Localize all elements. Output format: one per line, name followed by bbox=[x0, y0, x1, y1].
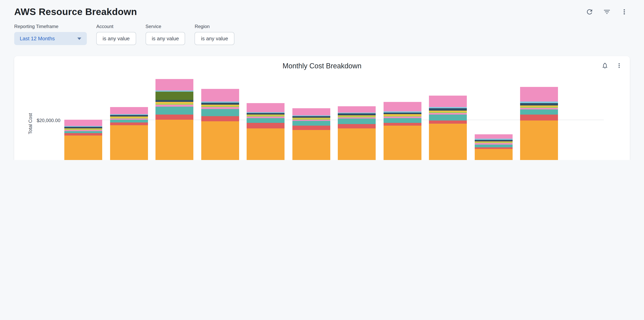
bar-segment-segment-pink-top[interactable] bbox=[156, 79, 193, 90]
bar-segment-segment-pink-thin[interactable] bbox=[383, 117, 421, 118]
bar-segment-segment-teal[interactable] bbox=[292, 121, 330, 126]
filter-value-account[interactable]: is any value bbox=[96, 32, 136, 45]
bar-segment-segment-amber[interactable] bbox=[383, 126, 421, 160]
bar-segment-segment-navy[interactable] bbox=[383, 112, 421, 114]
filter-value-reporting-timeframe[interactable]: Last 12 Months bbox=[14, 32, 87, 45]
bar-segment-segment-pink-top[interactable] bbox=[201, 89, 239, 102]
bar-segment-segment-pink-top[interactable] bbox=[64, 120, 102, 126]
bar-segment-segment-pink-thin[interactable] bbox=[201, 107, 239, 109]
bar-october[interactable] bbox=[475, 134, 512, 160]
filter-label-service: Service bbox=[146, 24, 185, 29]
bar-segment-segment-navy[interactable] bbox=[520, 103, 558, 106]
bar-segment-segment-red[interactable] bbox=[338, 124, 376, 128]
bar-segment-segment-teal[interactable] bbox=[475, 144, 512, 147]
bar-segment-segment-pink-top[interactable] bbox=[292, 108, 330, 115]
bar-segment-segment-navy[interactable] bbox=[429, 108, 467, 110]
bar-segment-segment-pink-top[interactable] bbox=[383, 102, 421, 111]
bar-segment-segment-red[interactable] bbox=[383, 123, 421, 126]
bar-segment-segment-teal[interactable] bbox=[429, 115, 467, 121]
more-menu-icon[interactable] bbox=[620, 7, 629, 17]
bar-march[interactable] bbox=[156, 79, 193, 160]
filter-value-region[interactable]: is any value bbox=[195, 32, 234, 45]
bar-april[interactable] bbox=[201, 89, 239, 160]
bar-segment-segment-cyan[interactable] bbox=[156, 90, 193, 92]
bar-segment-segment-amber[interactable] bbox=[429, 123, 467, 160]
bar-july[interactable] bbox=[338, 106, 376, 160]
chart-card: Monthly Cost Breakdown Total Cost $0.00$… bbox=[14, 56, 630, 160]
bar-segment-segment-pink-thin[interactable] bbox=[247, 116, 284, 118]
bar-segment-segment-amber[interactable] bbox=[201, 121, 239, 160]
bar-segment-segment-red[interactable] bbox=[110, 123, 148, 125]
bar-segment-segment-amber[interactable] bbox=[338, 128, 376, 160]
dashboard: AWS Resource Breakdown Reporting Timefra… bbox=[0, 0, 644, 160]
bar-segment-segment-navy[interactable] bbox=[338, 114, 376, 115]
bar-segment-segment-amber[interactable] bbox=[247, 128, 284, 160]
bar-segment-segment-teal[interactable] bbox=[110, 120, 148, 122]
bar-segment-segment-pink-top[interactable] bbox=[338, 106, 376, 113]
bar-segment-segment-pink-thin[interactable] bbox=[156, 105, 193, 107]
bar-november[interactable] bbox=[520, 87, 558, 160]
filter-reporting-timeframe: Reporting TimeframeLast 12 Months bbox=[14, 24, 87, 45]
bar-segment-segment-pink-top[interactable] bbox=[110, 107, 148, 114]
bar-segment-segment-teal[interactable] bbox=[156, 107, 193, 115]
bar-segment-segment-pink-top[interactable] bbox=[475, 134, 512, 139]
y-tick-label-20000: $20,000.00 bbox=[24, 118, 60, 123]
chart-plot-area: $0.00$20,000.00 bbox=[64, 65, 604, 160]
bar-segment-segment-red[interactable] bbox=[156, 115, 193, 120]
bar-segment-segment-navy[interactable] bbox=[156, 100, 193, 102]
bar-segment-segment-amber[interactable] bbox=[64, 135, 102, 160]
chevron-down-icon bbox=[77, 37, 81, 40]
header-actions bbox=[585, 7, 629, 17]
bar-may[interactable] bbox=[247, 103, 284, 160]
bar-august[interactable] bbox=[383, 102, 421, 160]
bar-segment-segment-red[interactable] bbox=[64, 133, 102, 135]
filter-value-text: is any value bbox=[201, 36, 228, 42]
filter-bar: Reporting TimeframeLast 12 MonthsAccount… bbox=[0, 17, 644, 45]
bar-segment-segment-amber[interactable] bbox=[475, 149, 512, 160]
bar-segment-segment-red[interactable] bbox=[292, 126, 330, 130]
bar-segment-segment-amber[interactable] bbox=[156, 120, 193, 160]
bar-segment-segment-navy[interactable] bbox=[247, 113, 284, 115]
bar-september[interactable] bbox=[429, 95, 467, 160]
filter-region: Regionis any value bbox=[195, 24, 234, 45]
chart-more-menu-icon[interactable] bbox=[615, 61, 624, 70]
filter-icon[interactable] bbox=[602, 7, 612, 17]
bar-segment-segment-red[interactable] bbox=[429, 121, 467, 124]
bar-january-21[interactable] bbox=[64, 120, 102, 160]
bar-segment-segment-navy[interactable] bbox=[475, 140, 512, 141]
bar-segment-segment-pink-top[interactable] bbox=[429, 95, 467, 107]
bar-segment-segment-navy[interactable] bbox=[201, 103, 239, 105]
bar-segment-segment-red[interactable] bbox=[520, 115, 558, 121]
bar-series-container bbox=[64, 65, 604, 160]
alert-bell-icon[interactable] bbox=[600, 61, 609, 70]
bar-june[interactable] bbox=[292, 108, 330, 160]
bar-segment-segment-pink-top[interactable] bbox=[247, 103, 284, 112]
bar-segment-segment-teal[interactable] bbox=[338, 119, 376, 124]
refresh-icon[interactable] bbox=[585, 7, 594, 17]
bar-segment-segment-pink-thin[interactable] bbox=[429, 113, 467, 115]
bar-segment-segment-amber[interactable] bbox=[292, 130, 330, 160]
bar-segment-segment-pink-top[interactable] bbox=[520, 87, 558, 102]
bar-segment-segment-amber[interactable] bbox=[110, 125, 148, 160]
bar-segment-segment-red[interactable] bbox=[201, 116, 239, 122]
bar-segment-segment-teal[interactable] bbox=[383, 118, 421, 123]
filter-label-reporting-timeframe: Reporting Timeframe bbox=[14, 24, 87, 29]
bar-segment-segment-teal[interactable] bbox=[64, 131, 102, 133]
bar-segment-segment-red[interactable] bbox=[247, 123, 284, 128]
bar-segment-segment-navy[interactable] bbox=[110, 115, 148, 117]
filter-label-account: Account bbox=[96, 24, 136, 29]
bar-segment-segment-navy[interactable] bbox=[292, 116, 330, 118]
bar-segment-segment-pink-thin[interactable] bbox=[338, 117, 376, 119]
bar-segment-segment-lightgreen[interactable] bbox=[156, 104, 193, 105]
bar-segment-segment-pink-thin[interactable] bbox=[292, 120, 330, 121]
bar-segment-segment-teal[interactable] bbox=[247, 118, 284, 123]
bar-segment-segment-teal[interactable] bbox=[201, 109, 239, 116]
bar-segment-segment-olive[interactable] bbox=[156, 92, 193, 100]
bar-segment-segment-amber[interactable] bbox=[520, 121, 558, 160]
bar-segment-segment-yellow[interactable] bbox=[156, 102, 193, 103]
filter-value-service[interactable]: is any value bbox=[146, 32, 185, 45]
bar-segment-segment-pink-thin[interactable] bbox=[520, 108, 558, 109]
bar-february[interactable] bbox=[110, 107, 148, 160]
bar-segment-segment-teal[interactable] bbox=[520, 109, 558, 114]
bar-segment-segment-red[interactable] bbox=[475, 147, 512, 149]
